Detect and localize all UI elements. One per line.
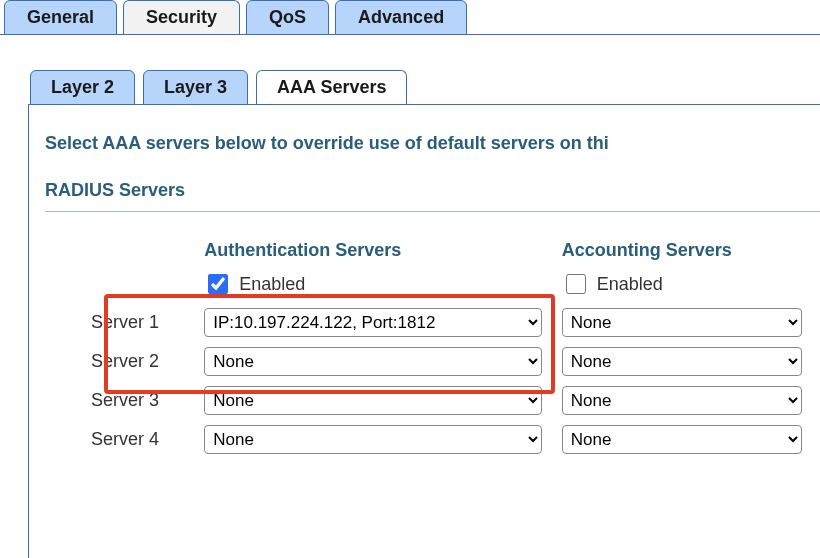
acct-enabled-wrapper: Enabled bbox=[562, 271, 663, 297]
instruction-text: Select AAA servers below to override use… bbox=[45, 133, 820, 154]
auth-enabled-wrapper: Enabled bbox=[204, 271, 305, 297]
column-spacer bbox=[91, 240, 204, 261]
server-row: Server 4IP:10.197.224.122, Port:1812None… bbox=[91, 425, 820, 454]
server-row: Server 1IP:10.197.224.122, Port:1812None… bbox=[91, 308, 820, 337]
subtab-layer2[interactable]: Layer 2 bbox=[30, 70, 135, 105]
server-row: Server 3IP:10.197.224.122, Port:1812None… bbox=[91, 386, 820, 415]
acct-server-select-1[interactable]: None bbox=[562, 308, 802, 337]
acct-server-select-4[interactable]: None bbox=[562, 425, 802, 454]
tab-qos[interactable]: QoS bbox=[246, 0, 329, 35]
column-header-auth: Authentication Servers bbox=[204, 240, 562, 261]
acct-enabled-label: Enabled bbox=[597, 274, 663, 295]
auth-server-select-2[interactable]: IP:10.197.224.122, Port:1812None bbox=[204, 347, 542, 376]
aaa-servers-panel: Select AAA servers below to override use… bbox=[28, 104, 820, 558]
acct-enabled-checkbox[interactable] bbox=[566, 274, 586, 294]
server-row-label: Server 2 bbox=[91, 351, 204, 372]
server-row: Server 2IP:10.197.224.122, Port:1812None… bbox=[91, 347, 820, 376]
acct-server-select-2[interactable]: None bbox=[562, 347, 802, 376]
tab-security[interactable]: Security bbox=[123, 0, 240, 35]
server-row-label: Server 1 bbox=[91, 312, 204, 333]
subtab-aaa-servers[interactable]: AAA Servers bbox=[256, 70, 407, 105]
acct-server-select-3[interactable]: None bbox=[562, 386, 802, 415]
tab-general[interactable]: General bbox=[4, 0, 117, 35]
auth-enabled-checkbox[interactable] bbox=[208, 274, 228, 294]
servers-table: Authentication Servers Accounting Server… bbox=[91, 240, 820, 454]
server-row-label: Server 3 bbox=[91, 390, 204, 411]
column-header-acct: Accounting Servers bbox=[562, 240, 820, 261]
radius-servers-heading: RADIUS Servers bbox=[45, 180, 820, 201]
tab-advanced[interactable]: Advanced bbox=[335, 0, 467, 35]
section-divider bbox=[45, 211, 820, 212]
top-tab-divider bbox=[0, 34, 820, 35]
auth-server-select-4[interactable]: IP:10.197.224.122, Port:1812None bbox=[204, 425, 542, 454]
subtab-layer3[interactable]: Layer 3 bbox=[143, 70, 248, 105]
auth-server-select-3[interactable]: IP:10.197.224.122, Port:1812None bbox=[204, 386, 542, 415]
server-row-label: Server 4 bbox=[91, 429, 204, 450]
auth-enabled-label: Enabled bbox=[239, 274, 305, 295]
auth-server-select-1[interactable]: IP:10.197.224.122, Port:1812None bbox=[204, 308, 542, 337]
